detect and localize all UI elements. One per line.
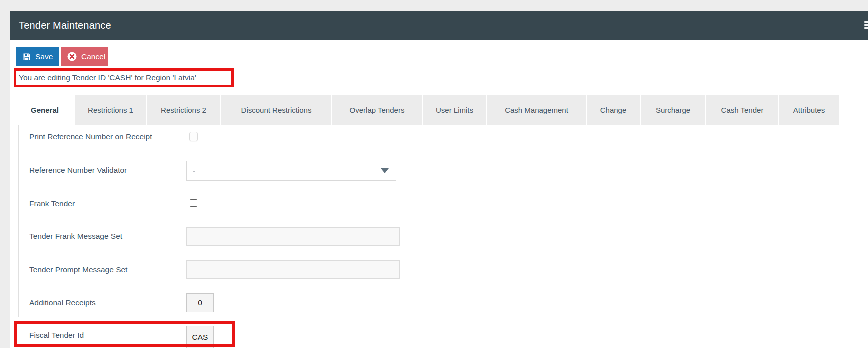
cancel-button[interactable]: Cancel: [61, 48, 108, 66]
app-header: Tender Maintenance: [10, 11, 868, 40]
tab-strip: General Restrictions 1 Restrictions 2 Di…: [15, 95, 840, 126]
floppy-disk-icon: [23, 53, 31, 61]
select-reference-number-validator[interactable]: -: [186, 161, 396, 181]
tab-pane-left-border: [18, 126, 19, 317]
tab-restrictions-2[interactable]: Restrictions 2: [147, 95, 220, 126]
checkbox-frank-tender[interactable]: [190, 200, 197, 207]
tab-restrictions-1[interactable]: Restrictions 1: [75, 95, 146, 126]
checkbox-print-reference-number[interactable]: [189, 132, 198, 142]
tab-attributes[interactable]: Attributes: [779, 95, 839, 126]
caret-down-icon: [381, 168, 389, 174]
label-frank-tender: Frank Tender: [29, 200, 75, 208]
label-tender-frank-message-set: Tender Frank Message Set: [29, 232, 122, 240]
input-tender-prompt-message-set[interactable]: [186, 260, 400, 279]
tab-general[interactable]: General: [15, 95, 74, 126]
tab-surcharge[interactable]: Surcharge: [641, 95, 705, 126]
select-reference-number-validator-value: -: [187, 167, 381, 176]
tab-discount-restrictions[interactable]: Discount Restrictions: [221, 95, 331, 126]
input-fiscal-tender-id[interactable]: [186, 326, 214, 348]
tab-cash-management[interactable]: Cash Management: [487, 95, 586, 126]
circle-x-icon: [67, 52, 77, 62]
label-fiscal-tender-id: Fiscal Tender Id: [29, 332, 84, 340]
cancel-button-label: Cancel: [81, 52, 105, 62]
label-print-reference-number: Print Reference Number on Receipt: [29, 133, 152, 141]
form-section-divider: [18, 317, 245, 318]
tab-overlap-tenders[interactable]: Overlap Tenders: [332, 95, 422, 126]
input-tender-frank-message-set[interactable]: [186, 228, 400, 246]
save-button-label: Save: [35, 52, 53, 62]
label-tender-prompt-message-set: Tender Prompt Message Set: [29, 266, 127, 274]
edit-notice-annotation-box: You are editing Tender ID 'CASH' for Reg…: [14, 68, 234, 88]
tab-change[interactable]: Change: [587, 95, 640, 126]
input-additional-receipts[interactable]: [186, 294, 214, 312]
page-title: Tender Maintenance: [19, 11, 111, 40]
label-reference-number-validator: Reference Number Validator: [29, 166, 127, 174]
hamburger-menu-icon[interactable]: [864, 22, 868, 30]
label-additional-receipts: Additional Receipts: [29, 299, 96, 307]
save-button[interactable]: Save: [16, 48, 59, 66]
tab-cash-tender[interactable]: Cash Tender: [706, 95, 778, 126]
edit-notice-text: You are editing Tender ID 'CASH' for Reg…: [16, 74, 196, 82]
content-surface: [10, 11, 868, 348]
tender-maintenance-page: Tender Maintenance Save Cancel Yo: [0, 0, 868, 348]
tab-user-limits[interactable]: User Limits: [423, 95, 486, 126]
